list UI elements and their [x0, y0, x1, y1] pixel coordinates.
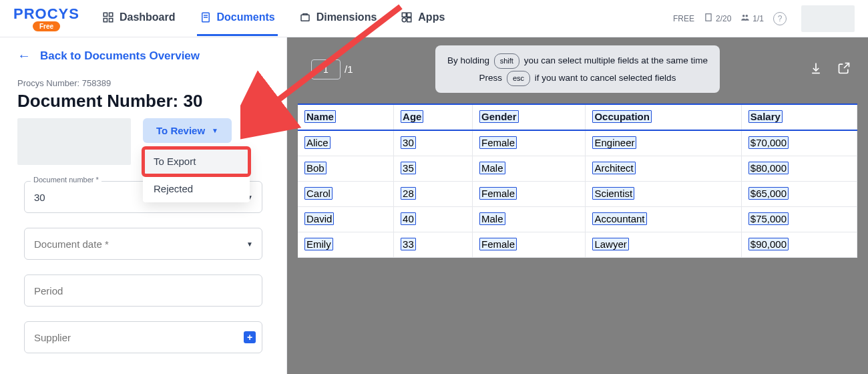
nav-apps[interactable]: Apps [398, 1, 447, 36]
cell[interactable]: 33 [401, 238, 416, 250]
period-input[interactable] [24, 274, 262, 307]
documents-icon [200, 11, 212, 23]
doc-title-prefix: Document Number: [17, 91, 178, 111]
page-number-input[interactable] [311, 59, 341, 79]
col-header[interactable]: Age [401, 110, 423, 123]
svg-rect-9 [407, 13, 411, 17]
nav-label: Dimensions [316, 11, 377, 23]
nav-documents[interactable]: Documents [197, 1, 278, 36]
page-total: /1 [345, 63, 353, 75]
doc-title-number: 30 [183, 91, 202, 111]
svg-rect-1 [109, 13, 112, 16]
svg-rect-2 [103, 19, 107, 22]
document-thumbnail[interactable] [17, 118, 131, 165]
help-icon[interactable]: ? [773, 12, 787, 25]
plan-badge: Free [33, 21, 60, 31]
cell[interactable]: Lawyer [592, 238, 628, 250]
cell[interactable]: Male [479, 212, 505, 225]
procys-number-label: Procys Number: [17, 78, 79, 88]
field-document-date: ▼ [24, 228, 262, 260]
cell[interactable]: Carol [304, 187, 333, 200]
table-row: Emily 33 Female Lawyer $90,000 [298, 232, 857, 258]
download-icon[interactable] [809, 61, 823, 77]
logo[interactable]: PROCYS Free [13, 5, 79, 31]
doc-count: 2/20 [716, 14, 731, 23]
cell[interactable]: $90,000 [748, 238, 789, 250]
cell[interactable]: 40 [401, 212, 416, 225]
left-panel: ← Back to Documents Overview Procys Numb… [0, 37, 287, 374]
procys-number-row: Procys Number: 758389 [0, 78, 286, 88]
cell[interactable]: David [304, 212, 334, 225]
top-right: FREE 2/20 1/1 ? [673, 5, 855, 32]
cell[interactable]: Female [479, 136, 517, 149]
nav-label: Documents [217, 11, 275, 23]
status-dropdown-wrapper: To Review ▼ To Export Rejected [143, 118, 232, 143]
field-label: Document number * [31, 176, 101, 184]
hint-text: if you want to cancel selected fields [535, 73, 676, 83]
svg-rect-11 [407, 18, 411, 22]
users-icon [740, 13, 750, 24]
cell[interactable]: $80,000 [748, 162, 789, 174]
cell[interactable]: Engineer [592, 136, 636, 149]
document-viewer: /1 By holding shift you can select multi… [287, 37, 868, 374]
cell[interactable]: Female [479, 238, 517, 250]
nav-dimensions[interactable]: Dimensions [296, 1, 380, 36]
status-option-to-export[interactable]: To Export [143, 148, 250, 175]
chevron-down-icon: ▼ [212, 127, 218, 134]
cell[interactable]: Alice [304, 136, 331, 149]
cell[interactable]: Female [479, 187, 517, 200]
col-header[interactable]: Occupation [592, 110, 652, 123]
cell[interactable]: Male [479, 162, 505, 174]
back-link[interactable]: ← Back to Documents Overview [0, 37, 286, 74]
add-supplier-button[interactable]: + [244, 331, 256, 343]
cell[interactable]: Emily [304, 238, 333, 250]
dimensions-icon [299, 11, 311, 23]
status-option-rejected[interactable]: Rejected [143, 175, 250, 202]
table-row: Alice 30 Female Engineer $70,000 [298, 130, 857, 156]
open-external-icon[interactable] [837, 61, 851, 77]
document-date-input[interactable] [24, 228, 262, 260]
field-supplier: + [24, 321, 262, 353]
svg-rect-12 [706, 14, 711, 21]
cell[interactable]: 30 [401, 136, 416, 149]
col-header[interactable]: Gender [479, 110, 519, 123]
col-header[interactable]: Salary [748, 110, 783, 123]
hint-text: you can select multiple fields at the sa… [524, 55, 708, 65]
user-avatar[interactable] [801, 5, 855, 32]
doc-icon [704, 13, 713, 24]
shift-key-icon: shift [494, 53, 519, 69]
cell[interactable]: $75,000 [748, 212, 789, 225]
nav-label: Dashboard [120, 11, 176, 23]
cell[interactable]: $65,000 [748, 187, 789, 200]
data-table: Name Age Gender Occupation Salary Alice … [298, 104, 857, 258]
back-text: Back to Documents Overview [40, 49, 200, 63]
plan-label: FREE [673, 14, 694, 23]
esc-key-icon: esc [507, 71, 530, 86]
cell[interactable]: $70,000 [748, 136, 789, 149]
thumb-row: To Review ▼ To Export Rejected [0, 118, 286, 165]
viewer-toolbar: /1 By holding shift you can select multi… [295, 45, 860, 93]
status-current-label: To Review [156, 125, 205, 136]
col-header[interactable]: Name [304, 110, 336, 123]
svg-rect-8 [403, 13, 407, 17]
svg-point-14 [746, 15, 748, 17]
cell[interactable]: 28 [401, 187, 416, 200]
status-dropdown-button[interactable]: To Review ▼ [143, 118, 232, 143]
nav-dashboard[interactable]: Dashboard [99, 1, 178, 36]
supplier-input[interactable] [24, 321, 262, 353]
table-row: Bob 35 Male Architect $80,000 [298, 156, 857, 182]
doc-quota[interactable]: 2/20 [704, 13, 731, 24]
cell[interactable]: Bob [304, 162, 327, 174]
cell[interactable]: Architect [592, 162, 635, 174]
top-bar: PROCYS Free Dashboard Documents Dimensio… [0, 0, 868, 37]
document-title: Document Number: 30 [0, 88, 286, 118]
cell[interactable]: Scientist [592, 187, 634, 200]
page-indicator: /1 [311, 59, 353, 79]
user-quota[interactable]: 1/1 [740, 13, 764, 24]
table-row: David 40 Male Accountant $75,000 [298, 207, 857, 232]
document-content[interactable]: Name Age Gender Occupation Salary Alice … [298, 104, 857, 258]
cell[interactable]: Accountant [592, 212, 646, 225]
svg-point-13 [742, 15, 745, 17]
cell[interactable]: 35 [401, 162, 416, 174]
main-area: ← Back to Documents Overview Procys Numb… [0, 37, 868, 374]
